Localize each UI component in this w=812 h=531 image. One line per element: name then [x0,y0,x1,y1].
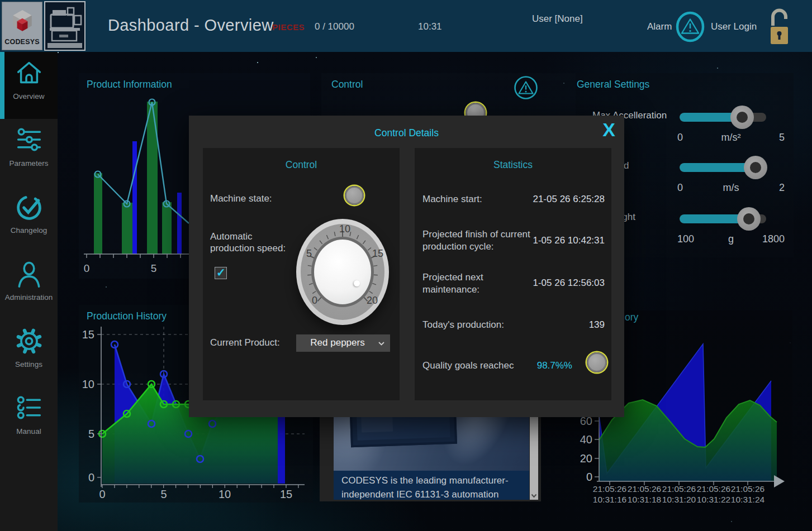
max-acceleration-scale: 0 m/s² 5 [677,132,785,144]
sidebar-item-label: Administration [0,293,58,302]
slider-thumb[interactable] [730,106,754,129]
sidebar: Overview Parameters Changelog [0,52,58,531]
scale-max: 5 [779,132,785,143]
sidebar-item-label: Parameters [0,159,58,168]
svg-text:10:31:22: 10:31:22 [697,495,730,504]
knob-scale-0: 0 [312,295,317,307]
sidebar-item-settings[interactable]: Settings [0,320,58,387]
statistics-subpanel: Statistics Machine start: 21-05 26 6:25:… [415,148,611,400]
sidebar-item-manual[interactable]: Manual [0,387,58,454]
knob-scale-15: 15 [372,248,383,260]
svg-text:40: 40 [580,433,592,446]
current-product-label: Current Product: [210,337,280,348]
knob-scale-10: 10 [339,223,350,235]
check-circle-icon [16,194,42,221]
checkbox-check-icon: ✓ [216,266,226,279]
sliders-icon [16,127,42,152]
home-icon [16,60,42,85]
quality-goals-label: Quality goals reachec [422,360,514,371]
svg-text:21:05:26: 21:05:26 [697,484,730,494]
sidebar-item-label: Manual [0,427,58,436]
svg-text:10: 10 [82,378,94,390]
knob-scale-5: 5 [306,248,312,260]
machine-thumbnail[interactable] [44,1,86,51]
codesys-logo: CODESYS [2,2,42,50]
svg-text:21:05:26: 21:05:26 [593,484,626,494]
svg-text:10:31:24: 10:31:24 [731,495,765,504]
machine-start-value: 21-05 26 6:25:28 [533,194,605,205]
quality-goals-led [587,352,607,372]
list-icon [16,395,42,420]
current-product-select[interactable]: Red peppers [296,334,390,352]
svg-text:5: 5 [151,262,157,274]
knob-handle[interactable] [314,240,371,304]
pieces-label: PIECES [272,22,305,32]
caption-line2: independent IEC 61131-3 automation [341,489,529,500]
scale-unit: m/s² [677,132,785,143]
sidebar-item-administration[interactable]: Administration [0,253,58,320]
caption-line1: CODESYS is the leading manufacturer- [341,475,529,486]
knob-bezel [311,237,374,307]
projected-finish-label: Projected finish of current production c… [422,228,537,253]
svg-text:15: 15 [280,488,292,500]
alarm-warning-icon[interactable] [674,11,706,43]
control-subpanel-title: Control [203,159,400,171]
svg-text:20: 20 [580,452,592,465]
auto-speed-label-line1: Automatic [210,231,253,242]
svg-text:0: 0 [99,488,105,500]
projected-maintenance-value: 1-05 26 12:56:03 [533,278,605,289]
svg-text:10:31:18: 10:31:18 [628,495,661,504]
chevron-down-icon[interactable] [530,493,538,499]
current-user: User [None] [532,13,583,25]
svg-text:10: 10 [219,488,231,500]
page-title: Dashboard - Overview [108,16,274,35]
codesys-cube-icon [10,9,35,35]
todays-production-label: Today's production: [422,319,504,331]
machine-icon [45,2,84,50]
sidebar-item-changelog[interactable]: Changelog [0,186,58,253]
alarm-label: Alarm [647,21,672,32]
slider-thumb[interactable] [737,207,761,231]
quality-goals-value: 98.7%% [537,360,572,371]
knob-scale-20: 20 [367,295,378,307]
unlocked-padlock-icon[interactable] [768,6,791,48]
sidebar-item-parameters[interactable]: Parameters [0,119,58,186]
close-button[interactable]: X [602,118,615,141]
machine-state-label: Machine state: [210,193,272,204]
auto-speed-checkbox[interactable]: ✓ [215,267,227,279]
max-speed-scale: 0 m/s 2 [677,182,785,194]
projected-maintenance-label: Projected next maintenance: [422,271,523,296]
current-product-value: Red peppers [296,337,379,348]
statistics-subpanel-title: Statistics [415,159,611,171]
svg-text:15: 15 [82,328,94,341]
header: CODESYS Dashboard - Overview PIECES 0 / … [0,0,812,52]
svg-text:21:05:26: 21:05:26 [628,484,661,494]
user-login-label: User Login [711,21,757,32]
max-weight-slider[interactable] [680,214,766,223]
general-settings-title: General Settings [577,79,649,90]
svg-text:0: 0 [88,471,94,484]
star-dots [58,52,59,53]
svg-text:5: 5 [88,428,94,440]
scale-unit: m/s [677,182,785,194]
projected-finish-value: 1-05 26 10:42:31 [533,235,605,246]
speed-knob[interactable]: 0 5 10 15 20 [296,219,389,325]
codesys-caption: CODESYS is the leading manufacturer- ind… [334,471,529,500]
codesys-logo-text: CODESYS [4,38,40,46]
dialog-title: Control Details [189,127,624,139]
control-bg-title: Control [331,79,363,90]
max-speed-slider[interactable] [680,163,766,172]
sidebar-item-label: Changelog [0,226,58,235]
sidebar-item-label: Overview [2,92,55,101]
todays-production-value: 139 [589,319,605,331]
sidebar-item-overview[interactable]: Overview [0,52,58,119]
pieces-count: 0 / 10000 [315,21,354,32]
max-acceleration-slider[interactable] [680,113,766,122]
warning-icon[interactable] [513,75,539,101]
knob-position-dot [354,280,360,286]
scale-max: 1800 [762,233,785,245]
auto-speed-label-line2: production speed: [210,243,286,254]
control-subpanel: Control Machine state: Automatic product… [203,148,400,400]
svg-text:5: 5 [160,488,167,500]
svg-text:21:05:26: 21:05:26 [662,484,696,494]
